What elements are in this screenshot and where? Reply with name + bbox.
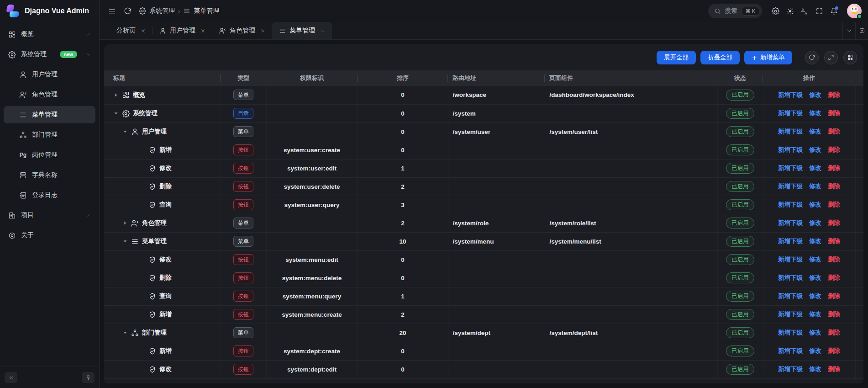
row-action-0[interactable]: 新增下级 [778,256,803,263]
sidebar-collapse-button[interactable] [5,372,17,383]
row-action-2[interactable]: 删除 [828,110,840,117]
row-action-1[interactable]: 修改 [809,165,821,171]
row-action-0[interactable]: 新增下级 [778,274,803,281]
topbar-translate-button[interactable]: 文A [798,4,811,18]
table-wrap: 标题 类型 权限标识 排序 路由地址 页面组件 状态 操作 概览 菜单 0 /w… [104,70,863,383]
logo-row[interactable]: Djagno Vue Admin [0,0,99,22]
row-action-1[interactable]: 修改 [809,238,821,244]
row-action-2[interactable]: 删除 [828,366,840,372]
tree-toggle-collapsed[interactable] [122,220,128,226]
row-action-0[interactable]: 新增下级 [778,110,803,117]
row-action-0[interactable]: 新增下级 [778,128,803,135]
row-action-2[interactable]: 删除 [828,329,840,336]
row-action-0[interactable]: 新增下级 [778,201,803,208]
row-action-1[interactable]: 修改 [809,110,821,117]
topbar-gear-button[interactable] [768,4,782,18]
row-action-1[interactable]: 修改 [809,201,821,208]
row-action-2[interactable]: 删除 [828,91,840,98]
row-action-2[interactable]: 删除 [828,238,840,244]
tree-toggle-expanded[interactable] [113,111,119,116]
sidebar-item-0[interactable]: 概览 [4,26,95,43]
column-settings-button[interactable] [843,51,857,64]
row-action-0[interactable]: 新增下级 [778,91,803,98]
tab-3[interactable]: 菜单管理 [272,22,332,39]
sidebar-item-4[interactable]: 菜单管理 [4,106,95,123]
sidebar-pin-button[interactable] [82,372,95,383]
tabs-dropdown-button[interactable] [842,22,855,39]
row-action-1[interactable]: 修改 [809,91,821,98]
search-input[interactable]: 搜索 ⌘ K [708,4,762,18]
row-action-0[interactable]: 新增下级 [778,347,803,354]
tree-toggle-collapsed[interactable] [113,92,119,98]
row-action-2[interactable]: 删除 [828,146,840,153]
row-action-1[interactable]: 修改 [809,256,821,263]
sidebar-item-1[interactable]: 系统管理 new [4,46,95,63]
sidebar-item-9[interactable]: 项目 [4,207,95,224]
row-title: 系统管理 [133,109,158,117]
expand-all-button[interactable]: 展开全部 [657,51,696,64]
component-cell: /system/role/list [545,214,717,232]
status-cell: 已启用 [717,324,763,342]
sidebar-item-3[interactable]: 角色管理 [4,86,95,103]
row-action-1[interactable]: 修改 [809,347,821,354]
row-action-2[interactable]: 删除 [828,292,840,299]
row-action-2[interactable]: 删除 [828,201,840,208]
topbar-bell-button[interactable] [827,4,841,18]
row-action-1[interactable]: 修改 [809,311,821,318]
row-action-1[interactable]: 修改 [809,366,821,372]
row-action-1[interactable]: 修改 [809,329,821,336]
building-icon [8,212,16,219]
table-fullscreen-button[interactable] [824,51,838,64]
topbar-fullscreen-button[interactable] [812,4,826,18]
row-action-1[interactable]: 修改 [809,128,821,135]
row-action-1[interactable]: 修改 [809,183,821,190]
add-menu-button[interactable]: 新增菜单 [744,51,792,64]
row-action-2[interactable]: 删除 [828,311,840,318]
row-action-0[interactable]: 新增下级 [778,146,803,153]
collapse-all-button[interactable]: 折叠全部 [700,51,740,64]
avatar[interactable] [847,4,862,18]
sidebar-item-8[interactable]: 登录日志 [4,186,95,204]
row-action-2[interactable]: 删除 [828,128,840,135]
row-action-2[interactable]: 删除 [828,219,840,226]
type-cell: 按钮 [221,269,266,287]
row-action-2[interactable]: 删除 [828,274,840,281]
sidebar-item-10[interactable]: 关于 [4,227,95,244]
tree-toggle-expanded[interactable] [122,129,128,134]
breadcrumb-item-0[interactable]: 系统管理 [139,7,175,15]
sidebar-item-6[interactable]: Pg 岗位管理 [4,146,95,164]
row-action-0[interactable]: 新增下级 [778,183,803,190]
refresh-page-button[interactable] [121,4,134,18]
row-action-0[interactable]: 新增下级 [778,292,803,299]
sidebar-toggle-button[interactable] [105,4,119,18]
breadcrumb-item-1[interactable]: 菜单管理 [183,7,219,15]
row-action-2[interactable]: 删除 [828,165,840,171]
content-maximize-button[interactable] [855,22,868,39]
tab-1[interactable]: 用户管理 [153,22,212,39]
row-action-0[interactable]: 新增下级 [778,366,803,372]
tab-2[interactable]: 角色管理 [212,22,272,39]
row-action-1[interactable]: 修改 [809,219,821,226]
row-action-2[interactable]: 删除 [828,256,840,263]
actions-cell: 新增下级修改删除 [763,269,855,287]
row-action-0[interactable]: 新增下级 [778,219,803,226]
row-action-0[interactable]: 新增下级 [778,238,803,244]
tree-toggle-expanded[interactable] [122,330,128,335]
table-refresh-button[interactable] [805,51,819,64]
row-action-0[interactable]: 新增下级 [778,165,803,171]
row-action-1[interactable]: 修改 [809,292,821,299]
topbar-sun-button[interactable] [783,4,797,18]
row-action-1[interactable]: 修改 [809,146,821,153]
row-action-2[interactable]: 删除 [828,183,840,190]
sidebar-item-7[interactable]: 字典名称 [4,166,95,184]
row-action-0[interactable]: 新增下级 [778,329,803,336]
sidebar-item-2[interactable]: 用户管理 [4,66,95,83]
tab-0[interactable]: 分析页 [110,22,153,39]
row-action-0[interactable]: 新增下级 [778,311,803,318]
log-icon [19,191,27,199]
row-action-2[interactable]: 删除 [828,347,840,354]
table-row-6: 查询 按钮 system:user:query 3 已启用 新增下级修改删除 [104,196,863,214]
tree-toggle-expanded[interactable] [122,239,128,244]
row-action-1[interactable]: 修改 [809,274,821,281]
sidebar-item-5[interactable]: 部门管理 [4,126,95,144]
